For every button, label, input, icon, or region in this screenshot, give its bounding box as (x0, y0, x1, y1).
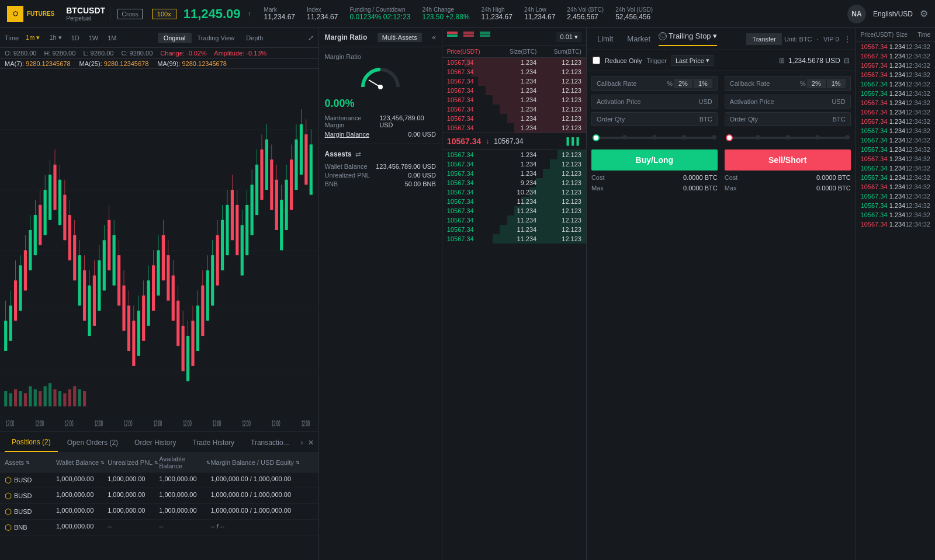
buy-order-qty-input[interactable]: Order Qty BTC (591, 112, 718, 126)
ob-cols: Price(USDT) Size(BTC) Sum(BTC) (442, 46, 586, 58)
tab-open-orders[interactable]: Open Orders (2) (60, 434, 125, 451)
svg-rect-95 (221, 220, 224, 270)
sell-order-qty-input[interactable]: Order Qty BTC (725, 112, 851, 126)
tab-order-history[interactable]: Order History (127, 434, 183, 451)
ob-red-row-5[interactable]: 10567.34 1.234 12.123 (442, 105, 586, 114)
ob-green-row-9[interactable]: 10567.34 11.234 12.123 (442, 234, 586, 244)
table-row: ⬡ BUSD 1,000,000.00 1,000,000.00 1,000,0… (0, 488, 318, 504)
ob-type-both[interactable] (447, 32, 460, 42)
time-btn-1w[interactable]: 1W (86, 33, 101, 43)
view-original[interactable]: Original (158, 33, 192, 43)
ob-green-row-3[interactable]: 10567.34 9.234 12.123 (442, 178, 586, 187)
sell-qty-field[interactable] (782, 115, 829, 123)
buy-cost-value: 0.0000 BTC (683, 174, 718, 181)
tab-limit[interactable]: Limit (591, 30, 619, 48)
calculator-icon[interactable]: ⊟ (844, 57, 850, 65)
sell-pct-1[interactable]: 1% (827, 79, 846, 88)
maintenance-margin-row: Maintenance Margin 123,456,789.00 USD (325, 114, 436, 128)
time-btn-1d[interactable]: 1D (69, 33, 82, 43)
ob-red-row-1[interactable]: 10567.34 1.234 12.123 (442, 67, 586, 76)
sell-callback-rate-input[interactable]: Callback Rate % 2% 1% (725, 76, 851, 91)
buy-slider-row (591, 130, 718, 146)
ob-precision-selector[interactable]: 0.01 ▾ (556, 32, 581, 42)
ob-type-bids[interactable] (480, 32, 493, 42)
ob-red-row-0[interactable]: 10567.34 1.234 12.123 (442, 58, 586, 67)
tab-positions[interactable]: Positions (2) (5, 433, 58, 452)
view-depth[interactable]: Depth (240, 33, 269, 43)
leverage-button[interactable]: 100x (152, 9, 176, 19)
sell-slider-track[interactable] (726, 137, 850, 139)
buy-long-button[interactable]: Buy/Long (591, 149, 718, 171)
ob-green-row-1[interactable]: 10567.34 1.234 12.123 (442, 159, 586, 169)
trade-item-17: 10567.34 1.234 12:34:32 (856, 201, 935, 210)
ma-lines: MA(7): 9280.12345678 MA(25): 9280.123456… (0, 59, 318, 69)
ob-green-row-6[interactable]: 10567.34 11.234 12.123 (442, 206, 586, 215)
ob-red-row-2[interactable]: 10567.34 1.234 12.123 (442, 76, 586, 86)
transfer-button[interactable]: Transfer (746, 33, 782, 45)
asset-icon: ⬡ (5, 523, 12, 532)
bottom-panel-close[interactable]: ✕ (308, 439, 314, 447)
svg-line-161 (369, 80, 380, 87)
table-row: ⬡ BNB 1,000,000.00 -- -- -- / -- (0, 520, 318, 535)
pair-sub: Perpetual (66, 15, 105, 22)
sell-slider-thumb[interactable] (726, 134, 733, 141)
tab-trailing-stop[interactable]: ⓘ Trailing Stop ▾ (659, 32, 717, 46)
language-selector[interactable]: English/USD (873, 10, 913, 18)
tab-trade-history[interactable]: Trade History (185, 434, 241, 451)
ob-green-row-7[interactable]: 10567.34 11.234 12.123 (442, 215, 586, 225)
avatar[interactable]: NA (847, 5, 866, 23)
buy-pct-2[interactable]: 2% (674, 79, 692, 88)
ob-green-row-4[interactable]: 10567.34 10.234 12.123 (442, 187, 586, 197)
trade-item-13: 10567.34 1.234 12:34:32 (856, 164, 935, 173)
sell-pct-2[interactable]: 2% (807, 79, 826, 88)
sell-activation-price-input[interactable]: Activation Price USD (725, 95, 851, 109)
ob-green-row-8[interactable]: 10567.34 11.234 12.123 (442, 225, 586, 234)
sell-dot-75 (815, 135, 820, 140)
margin-type-button[interactable]: Cross (117, 9, 143, 19)
ob-green-row-0[interactable]: 10567.34 1.234 12.123 (442, 150, 586, 159)
collapse-icon[interactable]: « (432, 33, 436, 41)
tab-transaction[interactable]: Transactio... (244, 434, 296, 451)
view-trading[interactable]: Trading View (192, 33, 241, 43)
transfer-icon[interactable]: ⇄ (355, 150, 361, 158)
buy-slider-track[interactable] (593, 137, 716, 139)
buy-callback-rate-input[interactable]: Callback Rate % 2% 1% (591, 76, 718, 91)
time-btn-1h[interactable]: 1h ▾ (47, 33, 64, 43)
svg-rect-31 (63, 195, 66, 241)
table-row: ⬡ BUSD 1,000,000.00 1,000,000.00 1,000,0… (0, 472, 318, 488)
ob-red-row-3[interactable]: 10567.34 1.234 12.123 (442, 86, 586, 95)
ob-green-row-5[interactable]: 10567.34 11.234 12.123 (442, 197, 586, 206)
buy-pct-1[interactable]: 1% (694, 79, 712, 88)
ob-type-asks[interactable] (463, 32, 476, 42)
ob-red-rows: 10567.34 1.234 12.123 10567.34 1.234 12.… (442, 58, 586, 133)
buy-activation-price-input[interactable]: Activation Price USD (591, 95, 718, 109)
time-btn-1m2[interactable]: 1M (105, 33, 119, 43)
balance-display: ⊞ 1,234.5678 USD ⊟ (779, 57, 850, 65)
trade-item-3: 10567.34 1.234 12:34:32 (856, 70, 935, 79)
time-btn-1m[interactable]: 1m ▾ (23, 33, 42, 43)
expand-icon[interactable]: ⤢ (308, 34, 314, 42)
more-icon[interactable]: ⋮ (844, 35, 851, 43)
reduce-only-checkbox[interactable] (593, 57, 600, 64)
multi-assets-badge[interactable]: Multi-Assets (378, 33, 422, 42)
trigger-select[interactable]: Last Price ▾ (671, 55, 714, 66)
tabs-scroll-right[interactable]: › (299, 436, 306, 449)
sell-short-button[interactable]: Sell/Short (725, 149, 851, 171)
margin-balance-row[interactable]: Margin Balance 0.00 USD (325, 131, 436, 138)
tab-market[interactable]: Market (621, 30, 656, 48)
assets-title: Assests (325, 150, 352, 158)
assets-header: Assests ⇄ (325, 150, 436, 158)
ob-red-row-6[interactable]: 10567.34 1.234 12.123 (442, 114, 586, 123)
svg-text:12:00: 12:00 (213, 418, 221, 428)
trade-item-4: 10567.34 1.234 12:34:32 (856, 79, 935, 89)
buy-activation-field[interactable] (649, 98, 695, 106)
settings-icon[interactable]: ⚙ (920, 8, 928, 19)
ob-green-row-2[interactable]: 10567.34 1.234 12.123 (442, 169, 586, 178)
buy-qty-field[interactable] (649, 115, 696, 123)
ob-red-row-4[interactable]: 10567.34 1.234 12.123 (442, 95, 586, 105)
trigger-label: Trigger (647, 57, 667, 64)
svg-rect-11 (14, 280, 17, 321)
sell-activation-field[interactable] (781, 98, 828, 106)
ob-red-row-7[interactable]: 10567.34 1.234 12.123 (442, 123, 586, 133)
buy-slider-thumb[interactable] (593, 134, 600, 141)
